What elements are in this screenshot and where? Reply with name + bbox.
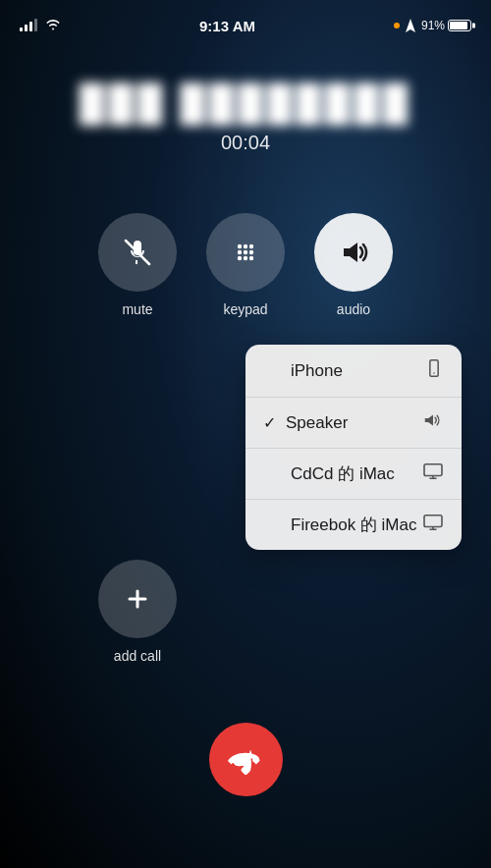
caller-name: ███ ████████: [0, 82, 491, 124]
cdcd-imac-label: CdCd 的 iMac: [291, 462, 395, 485]
svg-marker-13: [425, 415, 433, 426]
speaker-label: Speaker: [286, 413, 348, 433]
iphone-label: iPhone: [291, 361, 343, 381]
svg-point-5: [244, 250, 247, 254]
speaker-device-icon: [422, 411, 444, 434]
check-icon: ✓: [263, 413, 276, 432]
fireebok-imac-label: Fireebok 的 iMac: [291, 514, 416, 536]
status-bar: 9:13 AM 91%: [0, 0, 491, 43]
end-call-phone-icon: [228, 742, 263, 778]
direction-icon: [406, 19, 415, 32]
end-call-button[interactable]: [209, 723, 283, 796]
svg-marker-10: [344, 243, 357, 262]
status-left: [20, 18, 61, 33]
monitor-icon-1: [422, 462, 444, 485]
audio-label: audio: [337, 301, 370, 317]
audio-button[interactable]: [314, 213, 393, 292]
battery-percent: 91%: [421, 19, 445, 32]
mute-icon: [122, 237, 153, 268]
svg-point-8: [244, 256, 247, 260]
audio-control: audio: [304, 213, 403, 317]
add-call-label: add call: [114, 648, 161, 664]
location-icon: [394, 23, 400, 28]
controls-grid: mute keypad audi: [59, 154, 432, 337]
mute-button[interactable]: [98, 213, 177, 292]
svg-rect-17: [424, 515, 442, 527]
status-right: 91%: [394, 19, 471, 32]
speaker-icon: [338, 237, 369, 268]
dropdown-item-cdcd-imac[interactable]: CdCd 的 iMac: [246, 449, 462, 500]
svg-point-2: [244, 244, 247, 248]
end-call-area: [0, 683, 491, 796]
monitor-icon-2: [422, 514, 444, 536]
keypad-icon: [230, 237, 261, 268]
svg-rect-14: [424, 464, 442, 476]
keypad-button[interactable]: [206, 213, 285, 292]
dropdown-item-iphone[interactable]: iPhone: [246, 345, 462, 398]
call-area: ███ ████████ 00:04: [0, 43, 491, 154]
wifi-icon: [45, 18, 61, 33]
add-call-button[interactable]: [98, 560, 177, 638]
add-call-icon: [122, 583, 153, 615]
svg-point-6: [249, 250, 253, 254]
dropdown-item-fireebok-imac[interactable]: Fireebok 的 iMac: [246, 500, 462, 550]
phone-device-icon: [424, 358, 444, 383]
status-time: 9:13 AM: [199, 18, 255, 34]
mute-control: mute: [88, 213, 187, 317]
call-duration: 00:04: [0, 132, 491, 154]
add-call-control: add call: [88, 560, 187, 664]
controls-row2: add call: [59, 550, 432, 683]
dropdown-item-speaker[interactable]: ✓ Speaker: [246, 398, 462, 449]
signal-icon: [20, 20, 37, 31]
svg-point-1: [238, 244, 242, 248]
svg-point-7: [238, 256, 242, 260]
svg-point-9: [249, 256, 253, 260]
audio-dropdown: iPhone ✓ Speaker CdCd 的 iMac: [246, 345, 462, 550]
mute-label: mute: [122, 301, 152, 317]
keypad-control: keypad: [196, 213, 295, 317]
svg-point-3: [249, 244, 253, 248]
keypad-label: keypad: [223, 301, 267, 317]
svg-rect-11: [430, 360, 438, 377]
battery-indicator: 91%: [421, 19, 471, 32]
svg-point-4: [238, 250, 242, 254]
